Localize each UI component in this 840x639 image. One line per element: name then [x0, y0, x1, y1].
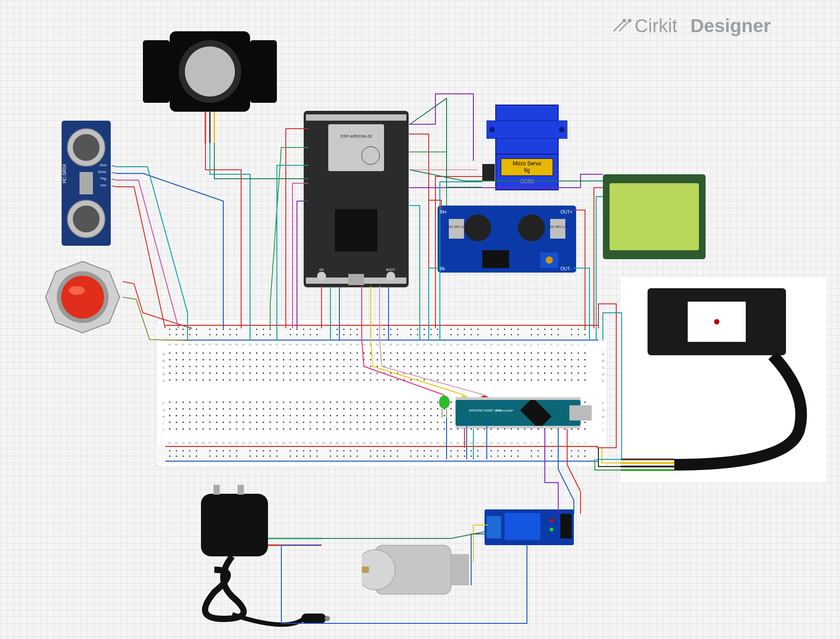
svg-rect-45 — [449, 219, 464, 239]
svg-point-772 — [310, 456, 311, 457]
svg-point-445 — [169, 372, 170, 374]
svg-point-357 — [296, 366, 297, 367]
svg-point-84 — [222, 401, 224, 403]
svg-point-897 — [571, 329, 573, 330]
svg-point-461 — [222, 372, 224, 374]
svg-point-883 — [538, 450, 539, 452]
buck-inminus: IN- — [440, 266, 446, 271]
lcd-display[interactable] — [603, 174, 706, 261]
svg-point-628 — [356, 428, 358, 429]
svg-point-321 — [176, 366, 177, 367]
svg-text:47: 47 — [276, 343, 279, 346]
led-green[interactable] — [438, 395, 451, 420]
svg-point-899 — [571, 450, 573, 452]
svg-point-797 — [370, 329, 372, 330]
esp32-board[interactable]: ESP-WROOM-32 EN BOOT — [304, 111, 409, 289]
power-adapter[interactable] — [188, 485, 330, 634]
svg-point-266 — [410, 408, 411, 409]
svg-text:41: 41 — [316, 441, 319, 444]
svg-point-896 — [558, 456, 559, 457]
svg-point-609 — [296, 379, 297, 380]
svg-point-710 — [189, 334, 191, 336]
svg-point-498 — [343, 421, 344, 423]
dc-motor[interactable] — [362, 536, 478, 605]
svg-point-801 — [377, 329, 378, 330]
svg-point-259 — [390, 359, 391, 360]
arduino-nano[interactable]: ARDUINO NANO V3.0 ATMEGA328P — [456, 395, 594, 432]
svg-point-646 — [417, 428, 418, 429]
svg-point-346 — [256, 415, 257, 416]
svg-text:J: J — [602, 428, 604, 432]
svg-text:44: 44 — [296, 441, 299, 444]
svg-text:12: 12 — [510, 441, 513, 444]
svg-point-71 — [182, 352, 184, 353]
svg-point-456 — [202, 421, 204, 423]
svg-point-837 — [451, 329, 452, 330]
svg-text:40: 40 — [322, 441, 326, 444]
solenoid-valve[interactable] — [143, 31, 277, 149]
svg-point-724 — [216, 456, 217, 457]
buck-converter[interactable]: 220 35V UT 220 35V UT IN+ IN- OUT+ OUT- — [438, 206, 576, 274]
svg-point-231 — [296, 359, 297, 360]
svg-point-856 — [477, 456, 479, 457]
svg-rect-47 — [482, 250, 509, 268]
svg-point-364 — [316, 415, 318, 416]
svg-point-499 — [350, 372, 351, 374]
svg-point-368 — [330, 415, 331, 416]
svg-point-376 — [356, 415, 358, 416]
svg-point-561 — [557, 372, 559, 374]
svg-point-141 — [417, 352, 418, 353]
servo-motor[interactable]: Micro Servo 9g SG90 — [482, 101, 572, 196]
svg-rect-1070 — [213, 485, 220, 495]
svg-rect-1072 — [301, 614, 326, 623]
svg-point-467 — [242, 372, 244, 374]
svg-point-411 — [477, 366, 478, 367]
svg-line-0 — [614, 21, 624, 31]
svg-rect-46 — [550, 219, 565, 239]
svg-text:38: 38 — [336, 343, 339, 346]
svg-point-225 — [276, 359, 277, 360]
proximity-sensor[interactable] — [621, 277, 826, 484]
svg-text:13: 13 — [503, 343, 506, 346]
svg-point-352 — [276, 415, 277, 416]
svg-rect-1068 — [456, 426, 581, 429]
svg-point-617 — [323, 379, 324, 380]
relay-module[interactable] — [485, 505, 574, 549]
svg-point-265 — [410, 359, 411, 360]
svg-text:56: 56 — [215, 343, 218, 346]
ultrasonic-sensor[interactable]: HC-SR04 Gnd Echo Trig Vcc — [62, 121, 124, 248]
svg-point-105 — [296, 352, 297, 353]
svg-point-109 — [309, 352, 311, 353]
svg-point-343 — [249, 366, 251, 367]
breadboard[interactable]: 6362616059585756555453525150494847464544… — [156, 320, 607, 469]
svg-point-653 — [443, 379, 445, 380]
svg-point-216 — [242, 408, 244, 409]
svg-point-541 — [490, 372, 492, 374]
svg-point-257 — [383, 359, 384, 360]
svg-point-6 — [73, 134, 100, 161]
svg-point-25 — [69, 286, 85, 295]
svg-point-845 — [464, 329, 465, 330]
svg-point-834 — [437, 334, 439, 336]
svg-point-273 — [437, 359, 438, 360]
svg-point-908 — [585, 456, 586, 457]
svg-point-242 — [330, 408, 331, 409]
svg-text:35: 35 — [356, 441, 359, 444]
svg-point-140 — [410, 401, 411, 403]
svg-point-884 — [538, 456, 539, 457]
push-button[interactable] — [45, 259, 121, 337]
svg-point-373 — [350, 366, 351, 367]
svg-text:A: A — [163, 352, 165, 356]
svg-point-729 — [230, 329, 231, 330]
servo-model: SG90 — [520, 178, 534, 185]
svg-point-487 — [309, 372, 311, 374]
svg-point-334 — [216, 415, 217, 416]
svg-point-654 — [443, 428, 445, 429]
svg-point-638 — [390, 428, 391, 429]
svg-point-681 — [537, 379, 539, 380]
svg-point-831 — [430, 450, 432, 452]
svg-point-790 — [350, 334, 351, 336]
svg-point-711 — [189, 450, 191, 452]
svg-point-848 — [464, 456, 465, 457]
svg-point-70 — [176, 401, 177, 403]
